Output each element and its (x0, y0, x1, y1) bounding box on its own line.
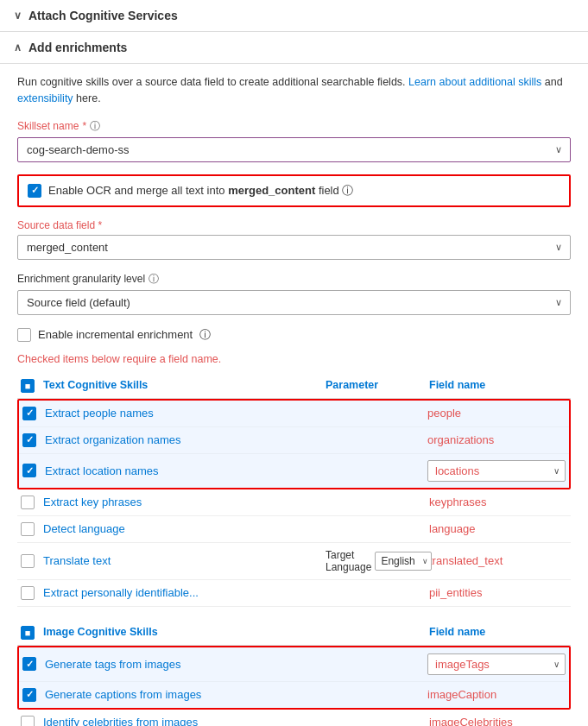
add-enrichments-header: ∧ Add enrichments (0, 32, 588, 64)
lang-select-wrapper: English ∨ (375, 552, 432, 571)
attach-cognitive-services-header: ∨ Attach Cognitive Services (0, 0, 588, 32)
translate-row: Translate text Target Language English ∨… (17, 543, 571, 580)
img-row-0-checkbox[interactable] (22, 657, 36, 671)
target-lang-label: Target Language (326, 549, 371, 573)
skillset-info-icon: ⓘ (90, 119, 100, 134)
lang-select[interactable]: English (375, 552, 432, 571)
table-row: Extract personally identifiable... pii_e… (17, 580, 571, 607)
row-3-field: keyphrases (429, 496, 567, 508)
img-row-0-field-dropdown[interactable]: imageTags ∨ (427, 653, 566, 675)
row-1-field: organizations (427, 433, 566, 446)
row-4-checkbox[interactable] (21, 522, 35, 536)
learn-more-link[interactable]: Learn about additional skills (408, 76, 541, 88)
incremental-row: Enable incremental enrichment ⓘ (17, 327, 571, 343)
ocr-checkbox[interactable] (28, 184, 41, 198)
description: Run cognitive skills over a source data … (17, 74, 571, 107)
img-row-1-field: imageCaption (427, 688, 566, 701)
source-data-wrapper: merged_content ∨ (17, 235, 571, 260)
text-skills-header: ■ Text Cognitive Skills Parameter Field … (17, 374, 571, 399)
image-skills-table: ■ Image Cognitive Skills Field name Gene… (17, 621, 571, 727)
incremental-label: Enable incremental enrichment (38, 328, 193, 341)
img-row-1-label: Generate captions from images (45, 688, 427, 701)
granularity-wrapper: Source field (default) ∨ (17, 290, 571, 315)
skillset-select-wrapper: cog-search-demo-ss ∨ (17, 137, 571, 162)
row-3-label: Extract key phrases (43, 496, 326, 508)
add-enrichments-title: Add enrichments (28, 41, 127, 54)
granularity-select[interactable]: Source field (default) (17, 290, 571, 315)
row-5-label: Translate text (43, 554, 326, 567)
translate-lang-wrapper: Target Language English ∨ (326, 549, 429, 573)
ocr-checkbox-row[interactable]: Enable OCR and merge all text into merge… (17, 174, 571, 207)
row-1-checkbox[interactable] (22, 433, 36, 447)
row-4-label: Detect language (43, 522, 326, 535)
attach-title: Attach Cognitive Services (28, 9, 178, 22)
img-row-0-label: Generate tags from images (45, 658, 427, 671)
image-header-fieldname-label: Field name (429, 626, 567, 640)
image-skills-header: ■ Image Cognitive Skills Field name (17, 621, 571, 646)
extensibility-link[interactable]: extensibility (17, 92, 73, 104)
table-row: Detect language language (17, 516, 571, 543)
table-row: Extract location names locations ∨ (19, 454, 569, 488)
skillset-select[interactable]: cog-search-demo-ss (17, 137, 571, 162)
row-0-label: Extract people names (45, 407, 324, 420)
text-skills-highlight-group: Extract people names people Extract orga… (17, 399, 571, 489)
row-1-label: Extract organization names (45, 433, 324, 446)
attach-chevron-icon[interactable]: ∨ (14, 9, 22, 22)
header-fieldname-label: Field name (429, 379, 567, 393)
row-0-field: people (427, 407, 566, 420)
row-6-label: Extract personally identifiable... (43, 586, 326, 599)
image-header-skills-label: Image Cognitive Skills (43, 626, 429, 640)
image-table-row: Identify celebrities from images imageCe… (17, 710, 571, 727)
ocr-label: Enable OCR and merge all text into merge… (48, 183, 353, 199)
table-row: Extract key phrases keyphrases (17, 489, 571, 516)
img-row-2-label: Identify celebrities from images (43, 716, 429, 726)
header-parameter-label: Parameter (326, 379, 429, 393)
granularity-info-icon: ⓘ (149, 272, 159, 287)
row-2-field-dropdown[interactable]: locations ∨ (427, 460, 566, 482)
image-table-row: Generate captions from images imageCapti… (19, 682, 569, 708)
source-data-label: Source data field * (17, 219, 571, 231)
row-6-field: pii_entities (429, 586, 567, 599)
image-skills-highlight-group: Generate tags from images imageTags ∨ Ge… (17, 646, 571, 710)
row-5-field: translated_text (429, 554, 567, 567)
incremental-checkbox[interactable] (17, 328, 31, 342)
row-4-field: language (429, 522, 567, 535)
imagetags-chevron-icon: ∨ (553, 660, 560, 669)
img-row-2-field: imageCelebrities (429, 716, 567, 726)
skillset-label: Skillset name * ⓘ (17, 119, 571, 134)
source-data-select[interactable]: merged_content (17, 235, 571, 260)
header-skills-label: Text Cognitive Skills (43, 379, 326, 393)
row-2-checkbox[interactable] (22, 464, 36, 477)
row-3-checkbox[interactable] (21, 496, 35, 509)
image-header-checkbox-col: ■ (21, 626, 43, 640)
header-checkbox-col: ■ (21, 379, 43, 393)
row-5-checkbox[interactable] (21, 554, 35, 568)
row-0-checkbox[interactable] (22, 407, 36, 420)
row-6-checkbox[interactable] (21, 586, 35, 600)
img-row-2-checkbox[interactable] (21, 716, 35, 727)
checked-items-note: Checked items below require a field name… (17, 353, 571, 365)
description-text: Run cognitive skills over a source data … (17, 76, 406, 88)
img-row-1-checkbox[interactable] (22, 688, 36, 702)
table-row: Extract organization names organizations (19, 427, 569, 454)
enrichments-chevron-icon[interactable]: ∧ (14, 41, 22, 54)
ocr-info-icon: ⓘ (342, 184, 353, 197)
text-skills-table: ■ Text Cognitive Skills Parameter Field … (17, 374, 571, 607)
row-2-label: Extract location names (45, 464, 324, 477)
granularity-label: Enrichment granularity level ⓘ (17, 272, 571, 287)
skillset-required: * (82, 120, 86, 132)
table-row: Extract people names people (19, 401, 569, 427)
incremental-info-icon: ⓘ (199, 327, 211, 343)
image-table-row: Generate tags from images imageTags ∨ (19, 647, 569, 682)
locations-dropdown-chevron-icon: ∨ (553, 466, 560, 476)
